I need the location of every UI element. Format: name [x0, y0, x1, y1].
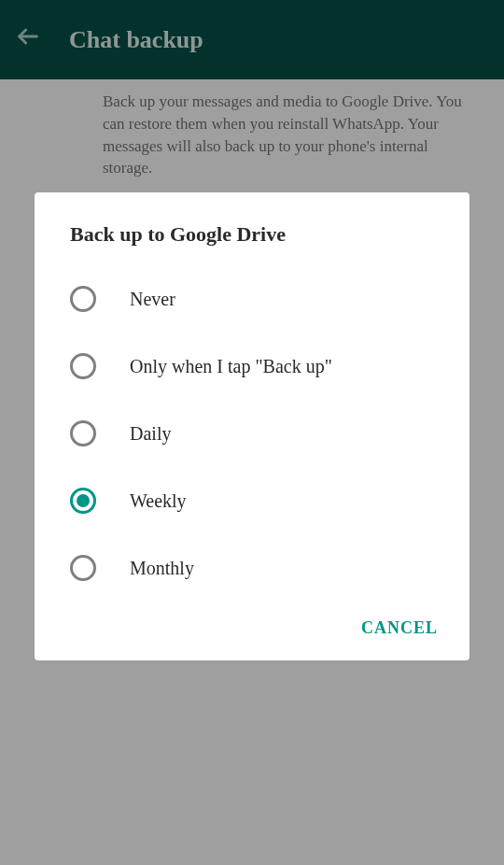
radio-options-list: Never Only when I tap "Back up" Daily We… — [35, 265, 469, 602]
radio-label: Only when I tap "Back up" — [130, 356, 332, 377]
radio-label: Weekly — [130, 490, 187, 512]
radio-icon — [70, 420, 96, 447]
radio-label: Monthly — [130, 558, 194, 579]
cancel-button[interactable]: CANCEL — [361, 618, 438, 638]
radio-option-weekly[interactable]: Weekly — [70, 467, 469, 534]
backup-frequency-dialog: Back up to Google Drive Never Only when … — [35, 192, 469, 660]
modal-overlay[interactable]: Back up to Google Drive Never Only when … — [0, 0, 504, 865]
radio-option-never[interactable]: Never — [70, 265, 469, 333]
radio-option-daily[interactable]: Daily — [70, 400, 469, 467]
radio-icon — [70, 353, 96, 379]
radio-option-monthly[interactable]: Monthly — [70, 534, 469, 602]
radio-icon — [70, 555, 96, 581]
dialog-actions: CANCEL — [35, 602, 469, 649]
radio-label: Daily — [130, 423, 171, 445]
radio-label: Never — [130, 289, 175, 310]
radio-icon-selected — [70, 488, 96, 514]
radio-icon — [70, 286, 96, 312]
dialog-title: Back up to Google Drive — [35, 222, 469, 265]
radio-option-only-tap[interactable]: Only when I tap "Back up" — [70, 333, 469, 400]
